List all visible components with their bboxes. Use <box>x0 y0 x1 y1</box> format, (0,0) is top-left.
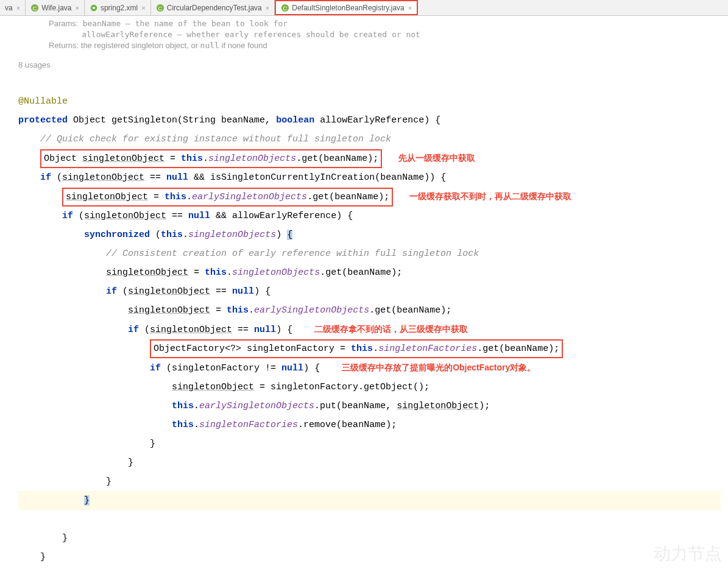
usages-hint[interactable]: 8 usages <box>0 54 728 73</box>
close-icon[interactable]: × <box>15 4 20 12</box>
tab-wife[interactable]: C Wife.java × <box>26 0 85 15</box>
annotation-text: 先从一级缓存中获取 <box>398 153 475 163</box>
class-icon: C <box>30 4 39 12</box>
annotation-text: 二级缓存拿不到的话，从三级缓存中获取 <box>314 324 468 334</box>
close-icon[interactable]: × <box>140 4 145 12</box>
file-label: spring2.xml <box>101 4 138 12</box>
tab-defaultsingleton[interactable]: C DefaultSingletonBeanRegistry.java × <box>275 0 418 15</box>
highlight-box: singletonObject = this.earlySingletonObj… <box>62 188 393 207</box>
close-icon[interactable]: × <box>74 4 79 12</box>
file-label: CircularDependencyTest.java <box>167 4 262 12</box>
tab-spring[interactable]: spring2.xml × <box>85 0 151 15</box>
svg-text:C: C <box>283 4 288 11</box>
annotation-text: 一级缓存获取不到时，再从二级缓存中获取 <box>409 191 571 201</box>
highlight-box: ObjectFactory<?> singletonFactory = this… <box>150 339 563 358</box>
code-editor[interactable]: @Nullable protected Object getSingleton(… <box>0 73 728 569</box>
tab-partial[interactable]: va × <box>0 0 26 15</box>
file-label: DefaultSingletonBeanRegistry.java <box>292 4 405 12</box>
close-icon[interactable]: × <box>264 4 269 12</box>
caret-line: } <box>18 491 721 510</box>
editor-tabs: va × C Wife.java × spring2.xml × C Circu… <box>0 0 728 16</box>
file-label: va <box>5 4 13 12</box>
class-icon: C <box>281 4 289 12</box>
annotation-text: 三级缓存中存放了提前曝光的ObjectFactory对象。 <box>342 362 535 372</box>
annotation: @Nullable <box>18 96 68 107</box>
svg-text:C: C <box>33 4 37 11</box>
spring-icon <box>90 4 98 12</box>
close-icon[interactable]: × <box>407 4 412 12</box>
class-icon: C <box>156 4 164 12</box>
highlight-box: Object singletonObject = this.singletonO… <box>40 149 382 168</box>
tab-circulardep[interactable]: C CircularDependencyTest.java × <box>151 0 275 15</box>
file-label: Wife.java <box>41 4 71 12</box>
svg-text:C: C <box>158 4 162 11</box>
javadoc-hint: Params: beanName – the name of the bean … <box>0 16 728 54</box>
